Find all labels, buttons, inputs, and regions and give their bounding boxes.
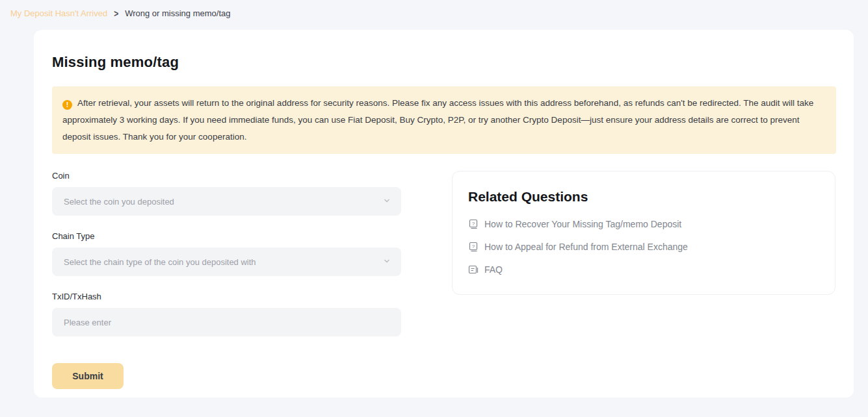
exclamation-circle-icon: ! bbox=[62, 100, 72, 110]
txid-label: TxID/TxHash bbox=[52, 292, 401, 301]
chevron-down-icon bbox=[383, 257, 391, 267]
svg-text:?: ? bbox=[472, 221, 475, 227]
chain-type-label: Chain Type bbox=[52, 231, 401, 241]
page-title: Missing memo/tag bbox=[52, 54, 836, 71]
breadcrumb-parent-link[interactable]: My Deposit Hasn't Arrived bbox=[10, 8, 107, 18]
related-question-link[interactable]: ? How to Recover Your Missing Tag/memo D… bbox=[468, 219, 819, 229]
faq-link[interactable]: FAQ bbox=[468, 264, 819, 275]
related-question-label: How to Appeal for Refund from External E… bbox=[484, 242, 688, 252]
chevron-down-icon bbox=[383, 197, 391, 207]
main-card: Missing memo/tag !After retrieval, your … bbox=[34, 30, 854, 398]
related-questions-title: Related Questions bbox=[468, 189, 819, 205]
chain-type-select[interactable]: Select the chain type of the coin you de… bbox=[52, 247, 401, 276]
breadcrumb-current: Wrong or missing memo/tag bbox=[125, 8, 230, 18]
breadcrumb-separator-icon: > bbox=[114, 8, 118, 18]
related-questions-panel: Related Questions ? How to Recover Your … bbox=[452, 171, 835, 295]
recovery-form: Coin Select the coin you deposited Chain… bbox=[52, 171, 401, 389]
related-question-label: FAQ bbox=[484, 264, 503, 275]
breadcrumb: My Deposit Hasn't Arrived > Wrong or mis… bbox=[0, 0, 868, 25]
info-banner-text: After retrieval, your assets will return… bbox=[62, 98, 813, 142]
chain-type-field-group: Chain Type Select the chain type of the … bbox=[52, 231, 401, 276]
help-article-icon: ? bbox=[468, 242, 479, 252]
submit-button[interactable]: Submit bbox=[52, 363, 124, 389]
coin-select[interactable]: Select the coin you deposited bbox=[52, 187, 401, 216]
related-question-label: How to Recover Your Missing Tag/memo Dep… bbox=[484, 219, 681, 229]
content-row: Coin Select the coin you deposited Chain… bbox=[52, 171, 836, 389]
coin-field-group: Coin Select the coin you deposited bbox=[52, 171, 401, 216]
info-banner: !After retrieval, your assets will retur… bbox=[52, 86, 836, 154]
chain-type-select-placeholder: Select the chain type of the coin you de… bbox=[64, 257, 256, 267]
txid-field-group: TxID/TxHash bbox=[52, 292, 401, 336]
coin-label: Coin bbox=[52, 171, 401, 181]
svg-text:?: ? bbox=[472, 244, 475, 249]
txid-input[interactable] bbox=[52, 308, 401, 336]
coin-select-placeholder: Select the coin you deposited bbox=[64, 197, 174, 207]
help-article-icon: ? bbox=[468, 219, 479, 229]
faq-icon bbox=[468, 264, 479, 275]
related-question-link[interactable]: ? How to Appeal for Refund from External… bbox=[468, 242, 819, 252]
